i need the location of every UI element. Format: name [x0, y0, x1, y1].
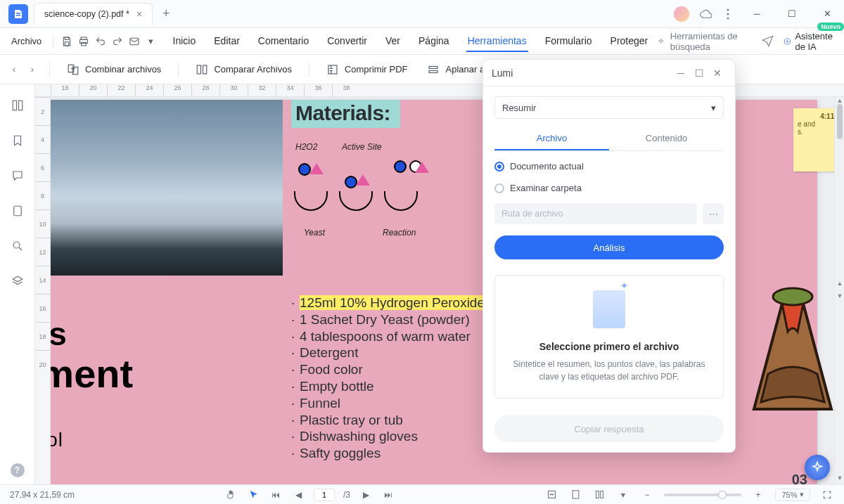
svg-rect-16 [328, 65, 337, 74]
layers-icon[interactable] [8, 271, 27, 291]
svg-rect-25 [573, 491, 579, 498]
hand-tool-icon[interactable] [224, 488, 238, 502]
tab-comentario[interactable]: Comentario [257, 31, 310, 52]
lumi-tab-archivo[interactable]: Archivo [494, 127, 609, 150]
tab-convertir[interactable]: Convertir [326, 31, 369, 52]
cloud-icon[interactable] [699, 8, 712, 20]
tab-ver[interactable]: Ver [384, 31, 402, 52]
page-number-input[interactable] [314, 489, 335, 501]
view-single-icon[interactable] [592, 488, 606, 502]
tab-herramientas[interactable]: Herramientas [466, 31, 528, 52]
fit-page-icon[interactable] [568, 488, 582, 502]
page-number: 03 [792, 472, 807, 484]
svg-rect-19 [13, 101, 16, 110]
compare-files-button[interactable]: Comparar Archivos [188, 59, 299, 80]
lumi-maximize-icon[interactable]: ☐ [690, 64, 708, 82]
file-path-input: Ruta de archivo [494, 203, 697, 224]
radio-browse-folder[interactable]: Examinar carpeta [494, 183, 724, 193]
nav-fwd-icon[interactable]: › [25, 63, 39, 77]
combine-files-button[interactable]: Combinar archivos [60, 59, 168, 80]
email-icon[interactable] [128, 32, 141, 51]
save-icon[interactable] [60, 32, 73, 51]
dropdown-icon[interactable]: ▾ [145, 32, 158, 51]
ai-assistant-label: Asistente de IA [795, 31, 837, 52]
ai-icon [784, 36, 791, 47]
menu-bar: Archivo ▾ Inicio Editar Comentario Conve… [0, 28, 844, 55]
lumi-result-area: ✦ Seleccione primero el archivo Sintetic… [494, 275, 724, 399]
print-icon[interactable] [77, 32, 90, 51]
bookmarks-icon[interactable] [8, 131, 27, 150]
zoom-value[interactable]: 75%▾ [775, 489, 810, 501]
lumi-minimize-icon[interactable]: ─ [672, 64, 690, 82]
lumi-panel: Lumi ─ ☐ ✕ Resumir ▾ Archivo Contenido D… [482, 59, 736, 453]
ai-float-button[interactable] [805, 455, 830, 480]
lumi-action-select[interactable]: Resumir ▾ [494, 96, 724, 119]
close-tab-icon[interactable]: × [136, 8, 142, 20]
title-bar: science-copy (2).pdf * × + ─ ☐ ✕ [0, 0, 844, 28]
thumbnails-icon[interactable] [8, 96, 27, 115]
undo-icon[interactable] [94, 32, 107, 51]
svg-rect-10 [130, 38, 139, 44]
combine-icon [67, 63, 79, 76]
menu-tabs: Inicio Editar Comentario Convertir Ver P… [172, 31, 650, 52]
hero-photo [51, 100, 283, 276]
tab-inicio[interactable]: Inicio [172, 31, 198, 52]
user-avatar[interactable] [674, 6, 689, 22]
svg-rect-6 [65, 41, 68, 45]
tab-editar[interactable]: Editar [212, 31, 241, 52]
app-logo [8, 4, 28, 24]
svg-rect-1 [16, 13, 20, 14]
search-sidebar-icon[interactable] [8, 236, 27, 256]
page-last-icon[interactable]: ⏭ [381, 488, 395, 502]
tools-search[interactable]: Herramientas de búsqueda [658, 31, 744, 52]
window-minimize[interactable]: ─ [744, 1, 769, 27]
sparkle-icon [658, 37, 664, 46]
svg-rect-27 [600, 491, 603, 498]
redo-icon[interactable] [111, 32, 124, 51]
page-next-icon[interactable]: ▶ [359, 488, 373, 502]
document-tab[interactable]: science-copy (2).pdf * × [34, 3, 153, 25]
left-title-block: ass riment chool [51, 318, 133, 451]
zoom-slider[interactable] [664, 493, 741, 496]
svg-rect-26 [596, 491, 599, 498]
select-tool-icon[interactable] [246, 488, 260, 502]
tab-formulario[interactable]: Formulario [544, 31, 594, 52]
sticky-note[interactable]: 4:11 PM e and s. [793, 108, 834, 172]
compress-pdf-button[interactable]: Comprimir PDF [319, 59, 415, 80]
window-maximize[interactable]: ☐ [779, 1, 805, 27]
browse-more-button[interactable]: ⋯ [703, 203, 724, 224]
zoom-out-icon[interactable]: − [640, 488, 654, 502]
copy-response-button: Copiar respuesta [494, 415, 724, 442]
page-first-icon[interactable]: ⏮ [269, 488, 283, 502]
compare-icon [196, 63, 208, 76]
svg-point-3 [727, 13, 729, 15]
attachments-icon[interactable] [8, 201, 27, 221]
vertical-scrollbar[interactable]: ▲ ▲ ▼ ▼ [834, 97, 844, 484]
kebab-menu-icon[interactable] [722, 8, 734, 20]
nav-back-icon[interactable]: ‹ [7, 63, 21, 77]
lumi-tab-contenido[interactable]: Contenido [609, 127, 724, 150]
tab-proteger[interactable]: Proteger [609, 31, 650, 52]
lumi-close-icon[interactable]: ✕ [708, 64, 727, 82]
ai-assistant-button[interactable]: Asistente de IA Nuevo [784, 31, 837, 52]
svg-rect-9 [82, 42, 87, 46]
comments-icon[interactable] [8, 166, 27, 186]
analyze-button[interactable]: Análisis [494, 235, 724, 259]
left-sidebar: ? [0, 84, 35, 484]
svg-rect-20 [18, 101, 22, 110]
send-icon[interactable] [762, 35, 774, 48]
flatten-icon [427, 63, 440, 76]
view-continuous-icon[interactable]: ▾ [616, 488, 630, 502]
materials-heading: Materials: [291, 100, 400, 128]
radio-current-doc[interactable]: Documento actual [494, 161, 724, 172]
zoom-in-icon[interactable]: + [751, 488, 765, 502]
scroll-thumb[interactable] [837, 104, 843, 139]
fit-width-icon[interactable] [544, 488, 558, 502]
new-tab-button[interactable]: + [160, 4, 173, 24]
fullscreen-icon[interactable] [820, 488, 834, 502]
help-icon[interactable]: ? [11, 463, 25, 477]
vertical-ruler: 2 4 6 8 10 12 14 16 18 20 [35, 97, 51, 484]
menu-file[interactable]: Archivo [7, 33, 46, 49]
page-prev-icon[interactable]: ◀ [291, 488, 305, 502]
tab-pagina[interactable]: Página [417, 31, 451, 52]
